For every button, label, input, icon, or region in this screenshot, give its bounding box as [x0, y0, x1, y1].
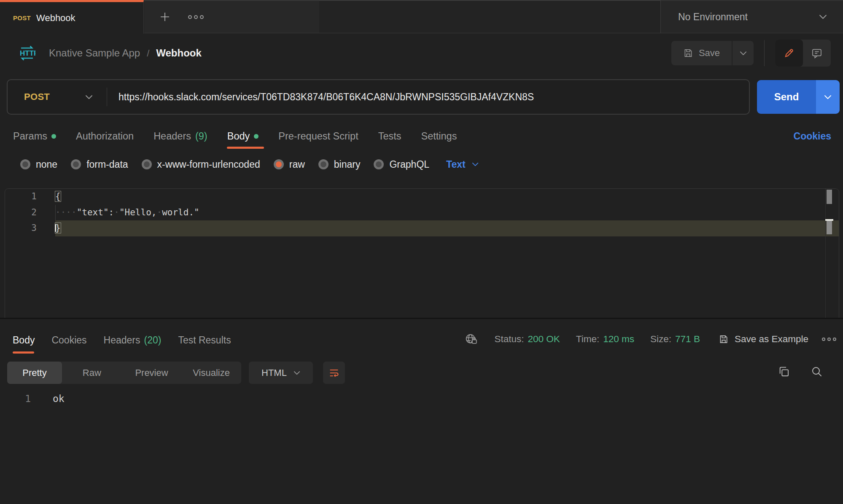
- save-icon: [719, 334, 729, 344]
- line-content: ····"text":·"Hello,·world.": [55, 205, 839, 221]
- tab-bar: POST Webhook No Environment: [0, 0, 843, 34]
- environment-selector[interactable]: No Environment: [660, 0, 843, 33]
- request-body-editor[interactable]: 1{2····"text":·"Hello,·world."3}: [5, 188, 839, 318]
- request-tab-tests[interactable]: Tests: [378, 131, 401, 142]
- method-selector[interactable]: POST: [8, 91, 107, 102]
- radio-label: GraphQL: [389, 159, 429, 170]
- view-tab-pretty[interactable]: Pretty: [7, 362, 62, 384]
- line-content: {: [55, 189, 839, 205]
- body-type-form-data[interactable]: form-data: [71, 159, 128, 170]
- body-type-binary[interactable]: binary: [318, 159, 361, 170]
- editor-lines: 1{2····"text":·"Hello,·world."3}: [5, 189, 839, 236]
- save-icon: [683, 48, 693, 58]
- radio-label: x-www-form-urlencoded: [157, 159, 260, 170]
- editor-scrollbar-thumb[interactable]: [827, 190, 832, 204]
- request-tab-body[interactable]: Body: [227, 131, 259, 142]
- tab-bar-spacer: [319, 0, 660, 33]
- breadcrumb: Knative Sample App / Webhook: [49, 47, 202, 59]
- tab-label: Pre-request Script: [278, 131, 358, 142]
- time-label: Time:: [576, 334, 599, 345]
- tab-actions: [144, 0, 319, 33]
- radio-icon: [274, 159, 284, 169]
- tab-label: Params: [13, 131, 47, 142]
- http-method-icon: HTTP: [19, 45, 35, 62]
- view-tab-raw[interactable]: Raw: [62, 362, 122, 384]
- response-tab-test-results[interactable]: Test Results: [178, 335, 231, 346]
- save-options-button[interactable]: [733, 41, 754, 65]
- cookies-link[interactable]: Cookies: [794, 131, 831, 142]
- send-button[interactable]: Send: [757, 80, 840, 114]
- response-view-row: PrettyRawPreviewVisualize HTML: [7, 362, 345, 384]
- tab-label: Headers: [154, 131, 191, 142]
- body-type-x-www-form-urlencoded[interactable]: x-www-form-urlencoded: [142, 159, 260, 170]
- url-input[interactable]: https://hooks.slack.com/services/T06TD83…: [119, 91, 534, 103]
- header-actions: Save: [671, 34, 831, 72]
- response-tab-headers[interactable]: Headers(20): [104, 335, 162, 346]
- body-type-row: noneform-datax-www-form-urlencodedrawbin…: [20, 155, 479, 174]
- raw-format-selector[interactable]: Text: [446, 159, 479, 170]
- response-tab-cookies[interactable]: Cookies: [51, 335, 86, 346]
- copy-response-button[interactable]: [777, 365, 791, 378]
- request-tab-authorization[interactable]: Authorization: [76, 131, 134, 142]
- body-type-none[interactable]: none: [20, 159, 57, 170]
- response-meta: Status:200 OK Time:120 ms Size:771 B Sav…: [465, 329, 836, 350]
- view-tab-preview[interactable]: Preview: [122, 362, 182, 384]
- send-options-button[interactable]: [816, 80, 840, 114]
- line-number: 2: [5, 205, 37, 221]
- response-format-selector[interactable]: HTML: [249, 362, 313, 384]
- response-tabs: BodyCookiesHeaders(20)Test Results: [13, 335, 231, 346]
- line-number: 3: [5, 220, 37, 236]
- body-type-graphql[interactable]: GraphQL: [374, 159, 429, 170]
- save-button[interactable]: Save: [671, 41, 754, 65]
- new-tab-icon[interactable]: [159, 11, 171, 23]
- breadcrumb-collection[interactable]: Knative Sample App: [49, 47, 140, 59]
- tab-menu-icon[interactable]: [188, 15, 204, 19]
- line-number: 1: [5, 189, 37, 205]
- line-content: }: [55, 220, 839, 236]
- response-tab-body[interactable]: Body: [13, 335, 35, 346]
- request-tab-pre-request-script[interactable]: Pre-request Script: [278, 131, 358, 142]
- tab-label: Body: [13, 335, 35, 346]
- request-tab[interactable]: POST Webhook: [0, 0, 144, 34]
- tab-label: Body: [227, 131, 250, 142]
- radio-icon: [318, 159, 329, 169]
- request-tab-params[interactable]: Params: [13, 131, 56, 142]
- response-line-1: 1ok: [5, 391, 831, 407]
- tab-title: Webhook: [36, 13, 75, 24]
- status-value[interactable]: 200 OK: [528, 334, 560, 345]
- search-response-button[interactable]: [810, 365, 824, 378]
- response-divider[interactable]: [0, 318, 843, 319]
- wrap-line-button[interactable]: [323, 362, 345, 384]
- code-line-3[interactable]: 3}: [5, 220, 839, 236]
- url-bar: POST https://hooks.slack.com/services/T0…: [7, 79, 750, 115]
- network-globe-icon[interactable]: [465, 332, 478, 346]
- chevron-down-icon: [85, 95, 93, 99]
- time-value[interactable]: 120 ms: [603, 334, 634, 345]
- edit-documentation-button[interactable]: [775, 40, 803, 67]
- request-tab-settings[interactable]: Settings: [421, 131, 457, 142]
- response-menu-icon[interactable]: [822, 338, 836, 341]
- save-as-example-button[interactable]: Save as Example: [719, 334, 808, 345]
- tab-label: Headers: [104, 335, 140, 346]
- svg-text:HTTP: HTTP: [20, 49, 35, 57]
- comments-button[interactable]: [803, 40, 831, 67]
- tab-label: Authorization: [76, 131, 134, 142]
- size-value[interactable]: 771 B: [675, 334, 700, 345]
- search-icon: [810, 365, 824, 378]
- tab-count: (9): [195, 131, 207, 142]
- view-tab-visualize[interactable]: Visualize: [181, 362, 241, 384]
- green-dot-indicator: [51, 134, 56, 139]
- editor-scrollbar-thumb-2[interactable]: [827, 221, 832, 234]
- indent-guide: [55, 205, 56, 221]
- code-line-2[interactable]: 2····"text":·"Hello,·world.": [5, 205, 839, 221]
- tab-label: Cookies: [51, 335, 86, 346]
- code-line-1[interactable]: 1{: [5, 189, 839, 205]
- body-type-raw[interactable]: raw: [274, 159, 305, 170]
- pencil-icon: [783, 47, 795, 59]
- response-view-tabs: PrettyRawPreviewVisualize: [7, 362, 241, 384]
- chevron-down-icon: [294, 371, 300, 375]
- request-tab-headers[interactable]: Headers(9): [154, 131, 207, 142]
- line-text: ok: [31, 391, 65, 407]
- radio-label: form-data: [86, 159, 128, 170]
- response-body[interactable]: 1ok: [5, 391, 831, 407]
